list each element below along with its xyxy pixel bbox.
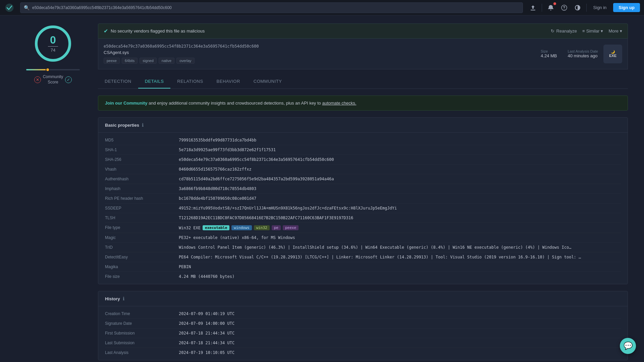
theme-button[interactable] xyxy=(573,3,582,12)
divider-2 xyxy=(586,4,587,12)
score-circle: 0 74 xyxy=(33,23,73,64)
file-tag[interactable]: peexe xyxy=(104,58,120,64)
status-actions: ↻ Reanalyze ≡ Similar ▾ More ▾ xyxy=(551,28,622,34)
filetype-tag[interactable]: pe xyxy=(272,225,281,230)
logo[interactable] xyxy=(4,2,15,13)
file-type-icon: 🌙 EXE xyxy=(603,45,622,63)
tab-behavior[interactable]: BEHAVIOR xyxy=(210,75,247,88)
svg-point-3 xyxy=(564,9,565,9)
history-info-icon[interactable]: ℹ xyxy=(123,296,124,301)
divider xyxy=(542,4,542,12)
file-icon-bottom: EXE xyxy=(609,54,616,58)
size-value: 4.24 MB xyxy=(541,53,557,58)
file-info-card: e50deca54e79c37a0360a6995cc54f8b2371c364… xyxy=(98,39,628,69)
filetype-tag[interactable]: windows xyxy=(231,225,252,230)
history-row: Creation Time2024-07-09 01:40:19 UTC xyxy=(105,309,621,319)
similar-button[interactable]: ≡ Similar ▾ xyxy=(582,28,603,34)
tab-details[interactable]: DETAILS xyxy=(138,75,171,88)
status-text: No security vendors flagged this file as… xyxy=(111,28,205,34)
prop-value: 49152:mizYu995VodxtS8/+szI7QnUrl1JJA+mHU… xyxy=(179,206,397,210)
file-meta: Size 4.24 MB Last Analysis Date 40 minut… xyxy=(541,49,598,58)
file-hash: e50deca54e79c37a0360a6995cc54f8b2371c364… xyxy=(104,44,535,49)
search-bar[interactable]: 🔍 xyxy=(20,2,523,13)
tab-relations[interactable]: RELATIONS xyxy=(170,75,210,88)
filetype-tag[interactable]: win32 xyxy=(254,225,270,230)
similar-icon: ≡ xyxy=(582,28,585,34)
file-hash-info: e50deca54e79c37a0360a6995cc54f8b2371c364… xyxy=(104,44,535,64)
history-value: 2024-07-19 10:10:05 UTC xyxy=(179,350,234,355)
prop-value: 4.24 MB (4440760 bytes) xyxy=(179,274,234,279)
prop-value: bc1678dde4bf150709650c08ce001d47 xyxy=(179,196,256,201)
size-label: Size xyxy=(541,49,557,53)
chat-bubble-button[interactable]: 💬 xyxy=(620,338,636,354)
file-tag[interactable]: 64bits xyxy=(122,58,138,64)
left-panel: 0 74 ✕ CommunityScore ✓ xyxy=(16,23,90,362)
file-tags: peexe64bitssignednativeoverlay xyxy=(104,58,535,64)
prop-value: PE64 Compiler: Microsoft Visual C/C++ (1… xyxy=(179,255,581,259)
chat-icon: 💬 xyxy=(624,342,633,350)
prop-row: Imphash3a6866fb9b848d00d710c78554db4803 xyxy=(105,184,621,194)
tab-detection[interactable]: DETECTION xyxy=(98,75,138,88)
prop-row: File typeWin32 EXE executablewindowswin3… xyxy=(105,223,621,233)
like-icon[interactable]: ✓ xyxy=(65,76,72,83)
history-value: 2024-07-09 14:00:00 UTC xyxy=(179,321,234,326)
join-community-link[interactable]: Join our Community xyxy=(105,101,147,106)
history-key: Creation Time xyxy=(105,311,179,316)
prop-row: SSDEEP49152:mizYu995VodxtS8/+szI7QnUrl1J… xyxy=(105,203,621,213)
prop-row: Authentihashcd78b5115d40a2bd6ffce7275056… xyxy=(105,174,621,184)
prop-row: MagikaPEBIN xyxy=(105,262,621,272)
file-icon-top: 🌙 xyxy=(611,50,615,54)
search-icon: 🔍 xyxy=(24,5,30,10)
chevron-down-icon: ▾ xyxy=(601,28,603,34)
history-row: First Submission2024-07-18 21:44:34 UTC xyxy=(105,328,621,338)
prop-value: cd78b5115d40a2bd6ffce7275056f5e9d2ba4843… xyxy=(179,177,334,181)
topnav: 🔍 Sign xyxy=(0,0,644,15)
notifications-button[interactable] xyxy=(546,3,555,12)
filetype-tag[interactable]: peexe xyxy=(283,225,299,230)
score-clean: 0 xyxy=(48,35,58,45)
prop-row: SHA-256e50deca54e79c37a0360a6995cc54f8b2… xyxy=(105,155,621,165)
history-value: 2024-07-18 21:44:34 UTC xyxy=(179,331,234,336)
prop-value: 3a6866fb9b848d00d710c78554db4803 xyxy=(179,186,256,191)
signup-button[interactable]: Sign up xyxy=(613,3,640,12)
prop-value: Windows Control Panel Item (generic) (46… xyxy=(179,245,571,250)
prop-key: File type xyxy=(105,225,179,230)
prop-row: TrIDWindows Control Panel Item (generic)… xyxy=(105,243,621,252)
right-panel: ✔ No security vendors flagged this file … xyxy=(98,23,628,362)
join-banner: Join our Community and enjoy additional … xyxy=(98,96,628,111)
file-tag[interactable]: native xyxy=(159,58,174,64)
history-value: 2024-07-09 01:40:19 UTC xyxy=(179,311,234,316)
filetype-tag[interactable]: executable xyxy=(203,225,229,230)
file-name: CSAgent.sys xyxy=(104,50,535,55)
more-chevron-icon: ▾ xyxy=(620,28,622,34)
tab-community[interactable]: COMMUNITY xyxy=(247,75,289,88)
prop-key: File size xyxy=(105,274,179,279)
automate-checks-link[interactable]: automate checks. xyxy=(322,101,356,106)
prop-value: PE32+ executable (native) x86-64, for MS… xyxy=(179,235,295,240)
help-button[interactable] xyxy=(559,3,569,12)
history-value: 2024-07-18 21:44:34 UTC xyxy=(179,341,234,345)
last-analysis-meta: Last Analysis Date 40 minutes ago xyxy=(568,49,598,58)
prop-row: MD57999163535bddfe99d87731dca7bd4bb xyxy=(105,135,621,145)
more-button[interactable]: More ▾ xyxy=(608,28,622,34)
progress-bar xyxy=(26,69,80,70)
prop-row: Rich PE header hashbc1678dde4bf150709650… xyxy=(105,194,621,203)
prop-row: DetectItEasyPE64 Compiler: Microsoft Vis… xyxy=(105,252,621,262)
prop-key: SSDEEP xyxy=(105,206,179,210)
file-tag[interactable]: signed xyxy=(140,58,156,64)
upload-button[interactable] xyxy=(528,3,538,12)
score-text: 0 74 xyxy=(48,35,58,53)
file-tag[interactable]: overlay xyxy=(176,58,194,64)
file-size-meta: Size 4.24 MB xyxy=(541,49,557,58)
basic-properties-info-icon[interactable]: ℹ xyxy=(142,122,144,128)
basic-properties-title: Basic properties xyxy=(105,123,139,128)
history-key: First Submission xyxy=(105,331,179,336)
prop-key: Magic xyxy=(105,235,179,240)
prop-row: SHA-15e718a3d9925ae99f73fd3bb3d872e62f1f… xyxy=(105,145,621,155)
prop-value: 5e718a3d9925ae99f73fd3bb3d872e62f1f17531 xyxy=(179,147,276,152)
prop-key: MD5 xyxy=(105,138,179,142)
signin-button[interactable]: Sign in xyxy=(591,4,609,11)
dislike-icon[interactable]: ✕ xyxy=(34,76,41,83)
search-input[interactable] xyxy=(32,5,519,10)
reanalyze-button[interactable]: ↻ Reanalyze xyxy=(551,28,577,34)
